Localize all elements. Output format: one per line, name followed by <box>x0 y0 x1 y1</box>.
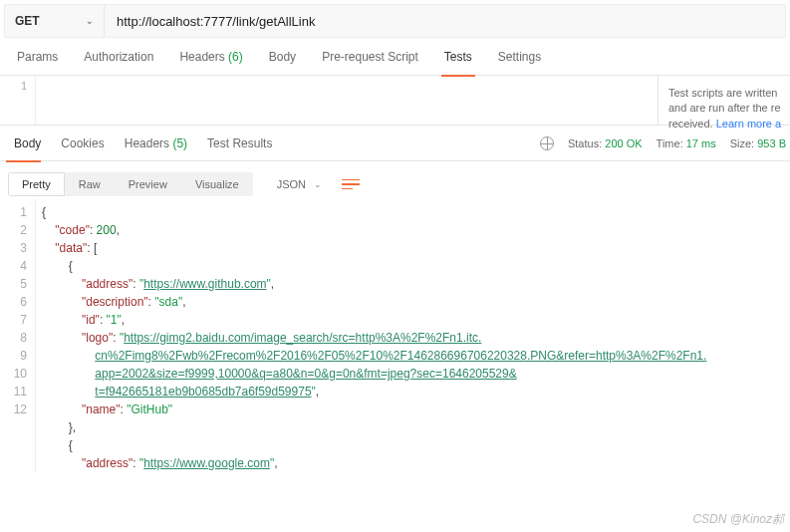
url-input[interactable] <box>105 5 785 37</box>
tests-editor[interactable] <box>36 76 658 125</box>
size-meta: Size: 953 B <box>730 137 786 149</box>
tab-prerequest[interactable]: Pre-request Script <box>309 38 431 76</box>
tab-body[interactable]: Body <box>256 38 309 76</box>
resp-tab-body[interactable]: Body <box>4 126 51 161</box>
status-meta: Status: 200 OK <box>568 137 643 149</box>
json-gutter: 123456789101112 <box>0 199 36 472</box>
editor-gutter: 1 <box>0 76 36 125</box>
view-visualize[interactable]: Visualize <box>181 172 253 196</box>
tab-tests[interactable]: Tests <box>431 38 485 76</box>
time-meta: Time: 17 ms <box>657 137 716 149</box>
http-method-value: GET <box>15 14 40 28</box>
tab-headers[interactable]: Headers (6) <box>166 38 255 76</box>
format-select[interactable]: JSON ⌄ <box>267 172 332 196</box>
view-raw[interactable]: Raw <box>65 172 115 196</box>
response-tabs: Body Cookies Headers (5) Test Results <box>4 126 282 161</box>
view-pretty[interactable]: Pretty <box>8 172 65 196</box>
view-preview[interactable]: Preview <box>115 172 181 196</box>
resp-tab-testresults[interactable]: Test Results <box>197 126 282 161</box>
help-panel: Test scripts are written and are run aft… <box>658 76 790 125</box>
chevron-down-icon: ⌄ <box>86 16 94 26</box>
resp-tab-headers[interactable]: Headers (5) <box>115 126 197 161</box>
tab-params[interactable]: Params <box>4 38 71 76</box>
wrap-lines-icon[interactable] <box>342 177 360 191</box>
chevron-down-icon: ⌄ <box>314 179 322 189</box>
learn-more-link[interactable]: Learn more a <box>716 118 781 130</box>
resp-tab-cookies[interactable]: Cookies <box>51 126 114 161</box>
request-tabs: Params Authorization Headers (6) Body Pr… <box>0 38 790 76</box>
tab-authorization[interactable]: Authorization <box>71 38 166 76</box>
tab-settings[interactable]: Settings <box>485 38 554 76</box>
http-method-select[interactable]: GET ⌄ <box>5 5 105 37</box>
json-body[interactable]: { "code": 200, "data": [ { "address": "h… <box>36 199 790 472</box>
globe-icon[interactable] <box>540 136 554 150</box>
view-mode-group: Pretty Raw Preview Visualize <box>8 172 253 196</box>
